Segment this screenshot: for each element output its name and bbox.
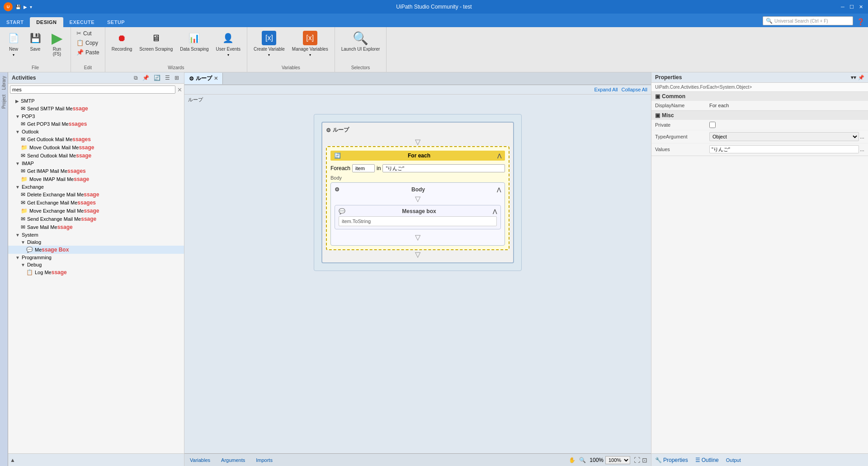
tree-item-move-imap[interactable]: 📁 Move IMAP Mail Message	[8, 175, 184, 183]
canvas-content[interactable]: ⚙ ループ ▽ 🔄 For each ⋀ Foreach	[184, 105, 651, 453]
canvas-area: ⚙ ループ ✕ Expand All Collapse All ループ ⚙ ルー…	[184, 72, 651, 466]
copy-button[interactable]: 📋 Copy	[75, 38, 101, 47]
manage-variables-button[interactable]: [x] Manage Variables ▾	[289, 29, 331, 59]
tree-item-send-smtp[interactable]: ✉ Send SMTP Mail Message	[8, 105, 184, 113]
private-checkbox[interactable]	[709, 122, 716, 128]
expand-all-button[interactable]: Expand All	[594, 87, 618, 92]
quick-access-run[interactable]: ▶	[24, 5, 27, 10]
tree-item-outlook[interactable]: ▼ Outlook	[8, 128, 184, 135]
run-button[interactable]: ▶ Run(F5)	[47, 29, 67, 58]
zoom-select[interactable]: 100% 75% 50% 125% 150%	[605, 456, 630, 464]
run-label: Run(F5)	[53, 47, 61, 57]
new-button[interactable]: 📄 New ▾	[4, 29, 24, 59]
imports-tab[interactable]: Imports	[254, 456, 274, 464]
tree-item-save-mail[interactable]: ✉ Save Mail Message	[8, 223, 184, 231]
properties-expand-icon[interactable]: ▾▾	[851, 75, 856, 81]
outline-tab[interactable]: ☰ Outline	[695, 457, 719, 463]
canvas-tab-loop[interactable]: ⚙ ループ ✕	[184, 73, 223, 84]
tree-item-get-exchange[interactable]: ✉ Get Exchange Mail Messages	[8, 199, 184, 207]
output-tab[interactable]: Output	[726, 457, 741, 463]
dialog-label: Dialog	[27, 239, 41, 245]
props-common-header[interactable]: ▣ Common	[651, 92, 868, 101]
tree-item-send-exchange[interactable]: ✉ Send Exchange Mail Message	[8, 215, 184, 223]
quick-access-more[interactable]: ▾	[30, 5, 32, 10]
user-events-button[interactable]: 👤 User Events ▾	[213, 29, 243, 59]
message-box-collapse-button[interactable]: ⋀	[493, 209, 497, 214]
properties-tab[interactable]: 🔧 Properties	[655, 457, 688, 463]
body-header-label: Body	[411, 186, 425, 193]
values-input[interactable]	[709, 145, 859, 153]
delete-exchange-label: Delete Exchange Mail Message	[27, 191, 99, 198]
panel-refresh-icon[interactable]: 🔄	[152, 74, 162, 81]
screen-scraping-button[interactable]: 🖥 Screen Scraping	[137, 29, 175, 53]
tree-item-message-box[interactable]: 💬 Message Box	[8, 246, 184, 254]
properties-pin-icon[interactable]: 📌	[858, 75, 864, 81]
data-scraping-button[interactable]: 📊 Data Scraping	[177, 29, 211, 53]
tree-item-get-imap[interactable]: ✉ Get IMAP Mail Messages	[8, 167, 184, 175]
search-box[interactable]: 🔍 Universal Search (Ctrl + F)	[763, 16, 853, 25]
panel-grid-icon[interactable]: ⊞	[173, 74, 180, 81]
foreach-item-input[interactable]	[352, 164, 375, 172]
tab-design[interactable]: DESIGN	[30, 17, 63, 27]
panel-copy-icon[interactable]: ⧉	[132, 74, 139, 81]
props-misc-header[interactable]: ▣ Misc	[651, 111, 868, 120]
maximize-button[interactable]: ☐	[848, 3, 855, 10]
search-canvas-icon: 🔍	[579, 457, 586, 463]
tree-item-system[interactable]: ▼ System	[8, 231, 184, 238]
activities-search-input[interactable]	[10, 86, 175, 94]
outline-tab-icon: ☰	[695, 457, 700, 463]
ribbon-file-group: 📄 New ▾ 💾 Save ▶ Run(F5) File	[0, 27, 71, 72]
tree-item-move-exchange[interactable]: 📁 Move Exchange Mail Message	[8, 207, 184, 215]
canvas-tab-close-button[interactable]: ✕	[214, 76, 218, 81]
fit-all-icon[interactable]: ⊡	[642, 456, 647, 464]
tree-item-get-outlook[interactable]: ✉ Get Outlook Mail Messages	[8, 135, 184, 143]
variables-tab[interactable]: Variables	[188, 456, 212, 464]
arguments-tab[interactable]: Arguments	[219, 456, 247, 464]
recording-button[interactable]: ⏺ Recording	[109, 29, 135, 53]
save-button[interactable]: 💾 Save	[25, 29, 45, 53]
tree-item-debug[interactable]: ▼ Debug	[8, 261, 184, 268]
foreach-row: Foreach in	[330, 164, 505, 172]
type-argument-expand-button[interactable]: …	[860, 134, 864, 139]
tree-item-programming[interactable]: ▼ Programming	[8, 254, 184, 261]
tree-item-dialog[interactable]: ▼ Dialog	[8, 238, 184, 246]
foreach-value-input[interactable]	[382, 164, 505, 172]
values-expand-button[interactable]: …	[860, 147, 864, 152]
tree-item-delete-exchange[interactable]: ✉ Delete Exchange Mail Message	[8, 190, 184, 199]
minimize-button[interactable]: ─	[839, 3, 846, 10]
paste-button[interactable]: 📌 Paste	[75, 48, 101, 57]
type-argument-select[interactable]: Object String Int32	[709, 132, 859, 141]
cut-button[interactable]: ✂ Cut	[75, 29, 101, 38]
tree-item-imap[interactable]: ▼ IMAP	[8, 160, 184, 167]
fit-width-icon[interactable]: ⛶	[634, 456, 640, 464]
library-side-icon[interactable]: Library	[1, 74, 6, 92]
props-values-row: Values …	[651, 143, 868, 156]
get-pop3-label: Get POP3 Mail Messages	[27, 121, 87, 127]
uipath-logo: U	[4, 2, 13, 11]
move-exchange-icon: 📁	[21, 208, 28, 214]
project-side-icon[interactable]: Project	[1, 93, 6, 110]
tree-item-get-pop3[interactable]: ✉ Get POP3 Mail Messages	[8, 120, 184, 128]
tree-item-log-message[interactable]: 📋 Log Message	[8, 268, 184, 276]
tab-execute[interactable]: EXECUTE	[63, 17, 101, 27]
panel-pin-icon[interactable]: 📌	[141, 74, 151, 81]
close-button[interactable]: ✕	[857, 3, 864, 10]
tree-item-pop3[interactable]: ▼ POP3	[8, 113, 184, 120]
props-section-misc: ▣ Misc Private TypeArgument Object Strin…	[651, 111, 868, 156]
body-collapse-button[interactable]: ⋀	[497, 187, 501, 193]
panel-list-icon[interactable]: ☰	[164, 74, 171, 81]
tree-item-exchange[interactable]: ▼ Exchange	[8, 183, 184, 190]
create-variable-button[interactable]: [x] Create Variable ▾	[251, 29, 288, 59]
tab-setup[interactable]: SETUP	[101, 17, 131, 27]
tree-item-move-outlook[interactable]: 📁 Move Outlook Mail Message	[8, 143, 184, 152]
tab-start[interactable]: START	[0, 17, 30, 27]
search-clear-button[interactable]: ✕	[177, 86, 182, 93]
tree-item-send-outlook[interactable]: ✉ Send Outlook Mail Message	[8, 152, 184, 160]
activities-scroll-up[interactable]: ▲	[10, 457, 15, 463]
quick-access-save[interactable]: 💾	[15, 5, 21, 10]
foreach-collapse-button[interactable]: ⋀	[497, 153, 501, 159]
tree-item-smtp[interactable]: ▶ SMTP	[8, 97, 184, 105]
launch-explorer-button[interactable]: 🔍 Launch UI Explorer	[339, 29, 383, 53]
help-button[interactable]: ❓	[857, 18, 864, 25]
collapse-all-button[interactable]: Collapse All	[622, 87, 647, 92]
